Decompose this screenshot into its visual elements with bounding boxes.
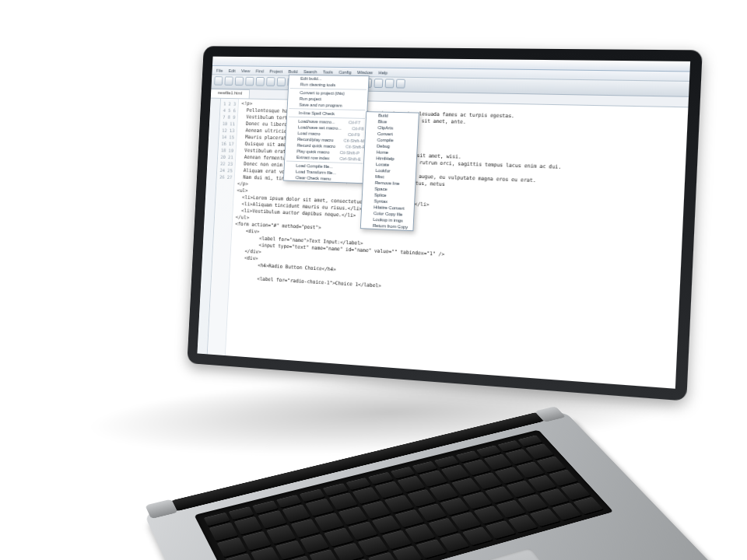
toolbar-button[interactable]	[396, 79, 405, 89]
toolbar-button[interactable]	[235, 77, 244, 86]
editor-area: 1 2 3 4 5 6 7 8 9 10 11 12 13 14 15 16 1…	[197, 99, 688, 389]
menubar-item[interactable]: Edit	[228, 68, 235, 73]
laptop-render: FileEditViewFindProjectBuildSearchToolsC…	[0, 0, 747, 560]
submenu-item[interactable]: Return from Copy	[361, 222, 413, 230]
menubar-item[interactable]: View	[241, 68, 251, 73]
menubar-item[interactable]: Help	[378, 70, 388, 75]
key	[324, 527, 353, 546]
toolbar-button[interactable]	[374, 79, 383, 88]
menu-secondary[interactable]: BuildBlueClipArtsConvertCompileDebugHome…	[360, 111, 419, 231]
toolbar-button[interactable]	[256, 77, 265, 86]
menubar-item[interactable]: File	[216, 68, 223, 72]
menubar-item[interactable]: Project	[269, 68, 282, 73]
menubar-item[interactable]: Find	[255, 68, 264, 73]
editor-window: FileEditViewFindProjectBuildSearchToolsC…	[197, 57, 690, 389]
toolbar-button[interactable]	[214, 76, 223, 86]
menubar-item[interactable]: Build	[288, 69, 297, 74]
menubar-item[interactable]: Tools	[323, 69, 333, 74]
key	[334, 543, 364, 560]
menubar-item[interactable]: Window	[357, 70, 373, 75]
toolbar-button[interactable]	[266, 77, 275, 86]
toolbar-button[interactable]	[277, 77, 286, 86]
menubar-item[interactable]: Config	[338, 69, 351, 74]
key	[358, 537, 388, 556]
menu-primary[interactable]: Edit build...Run cleaning toolsConvert t…	[283, 75, 370, 184]
document-tab[interactable]: newfile1.html	[211, 89, 250, 98]
menubar-item[interactable]: Search	[303, 69, 317, 74]
toolbar-button[interactable]	[224, 76, 233, 86]
toolbar-button[interactable]	[245, 77, 254, 86]
toolbar-button[interactable]	[385, 79, 395, 88]
laptop-lid: FileEditViewFindProjectBuildSearchToolsC…	[187, 46, 702, 401]
